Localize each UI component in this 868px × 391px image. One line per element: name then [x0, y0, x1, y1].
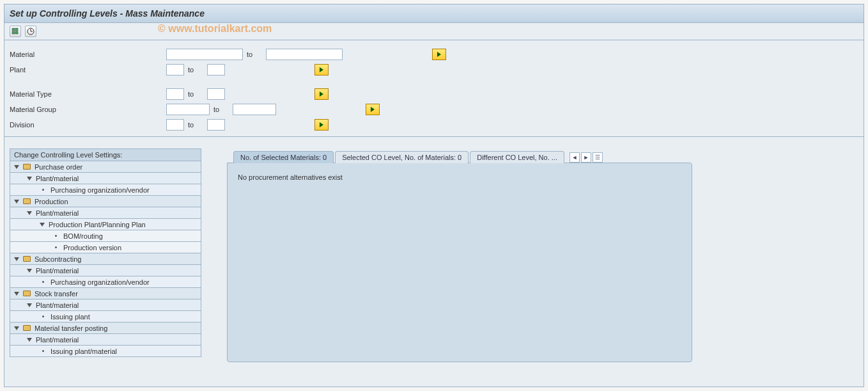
tree-node-label: Subcontracting — [35, 255, 81, 263]
svg-rect-3 — [15, 31, 18, 34]
field-label: Division — [10, 121, 166, 129]
leaf-icon — [42, 350, 44, 352]
arrow-right-icon — [371, 107, 375, 112]
arrow-right-icon — [320, 67, 323, 72]
to-input[interactable] — [207, 64, 225, 76]
tree-header: Change Controlling Level Settings: — [10, 148, 201, 161]
expand-icon — [14, 257, 19, 261]
form-row: Divisionto — [10, 117, 858, 132]
to-input[interactable] — [207, 88, 225, 100]
tree-node-label: Production Plant/Planning Plan — [49, 221, 146, 228]
tree-node[interactable]: Plant/material — [10, 265, 201, 276]
expand-icon — [27, 211, 32, 215]
folder-icon — [23, 164, 31, 170]
tree-node-label: Issuing plant — [50, 313, 90, 321]
tab-list-button[interactable]: ☰ — [593, 152, 603, 163]
grid-icon[interactable] — [10, 26, 21, 37]
multiple-selection-button[interactable] — [314, 88, 329, 100]
expand-icon — [27, 303, 32, 307]
to-input[interactable] — [266, 49, 343, 60]
tree-node-label: Plant/material — [36, 301, 79, 309]
expand-icon — [27, 269, 32, 273]
tree-node-label: Plant/material — [36, 336, 79, 344]
tab-prev-button[interactable]: ◄ — [570, 152, 580, 163]
field-label: Material Group — [10, 106, 166, 113]
expand-icon — [14, 165, 19, 169]
tree-node[interactable]: Plant/material — [10, 173, 201, 184]
tree-node[interactable]: Production version — [10, 242, 201, 253]
tree-node-label: Purchasing organization/vendor — [50, 278, 150, 286]
tree-node[interactable]: Issuing plant — [10, 311, 201, 323]
leaf-icon — [55, 235, 57, 237]
tree-node-label: Material tansfer posting — [35, 324, 107, 332]
form-row: Material Groupto — [10, 102, 858, 117]
tree-node-label: Stock transfer — [35, 290, 78, 298]
field-label: Material Type — [10, 90, 166, 98]
from-input[interactable] — [166, 64, 184, 76]
svg-rect-1 — [15, 28, 18, 31]
tree-node[interactable]: Plant/material — [10, 207, 201, 219]
tree-node-label: Plant/material — [36, 209, 79, 217]
tab[interactable]: Selected CO Level, No. of Materials: 0 — [335, 151, 469, 163]
tree-panel: Change Controlling Level Settings: Purch… — [10, 148, 201, 362]
tab-strip: No. of Selected Materials: 0Selected CO … — [227, 148, 692, 163]
tree-node[interactable]: Production — [10, 196, 201, 207]
expand-icon — [27, 338, 32, 342]
tab-area: No. of Selected Materials: 0Selected CO … — [227, 148, 692, 362]
expand-icon — [14, 200, 19, 203]
tab[interactable]: No. of Selected Materials: 0 — [233, 151, 334, 163]
tree-node-label: Purchasing organization/vendor — [50, 186, 150, 194]
to-label: to — [184, 66, 207, 74]
form-row: Material Typeto — [10, 86, 858, 102]
leaf-icon — [42, 281, 44, 283]
tree-node[interactable]: Production Plant/Planning Plan — [10, 219, 201, 230]
multiple-selection-button[interactable] — [314, 119, 329, 131]
page-title: Set up Controlling Levels - Mass Mainten… — [10, 8, 205, 19]
tab[interactable]: Different CO Level, No. ... — [470, 151, 564, 163]
multiple-selection-button[interactable] — [314, 64, 329, 76]
from-input[interactable] — [166, 119, 184, 131]
multiple-selection-button[interactable] — [366, 104, 380, 115]
tree-node-label: Plant/material — [36, 267, 79, 275]
from-input[interactable] — [166, 88, 184, 100]
from-input[interactable] — [166, 104, 210, 115]
tab-nav: ◄ ► ☰ — [570, 152, 603, 163]
tree-node-label: Issuing plant/material — [50, 347, 117, 355]
expand-icon — [27, 177, 32, 180]
tab-next-button[interactable]: ► — [581, 152, 591, 163]
svg-rect-0 — [12, 28, 15, 31]
form-row: Plantto — [10, 62, 858, 77]
to-input[interactable] — [233, 104, 276, 115]
tree-node[interactable]: Plant/material — [10, 299, 201, 311]
tree-node[interactable]: Purchase order — [10, 161, 201, 173]
to-input[interactable] — [207, 119, 225, 131]
tree-node[interactable]: Purchasing organization/vendor — [10, 276, 201, 288]
tree-node-label: BOM/routing — [63, 232, 103, 240]
tree-node[interactable]: Plant/material — [10, 334, 201, 346]
expand-icon — [14, 292, 19, 296]
from-input[interactable] — [166, 49, 243, 60]
folder-icon — [23, 291, 31, 296]
execute-icon[interactable] — [25, 26, 36, 37]
folder-icon — [23, 256, 31, 262]
field-label: Material — [10, 51, 166, 58]
tree-node-label: Purchase order — [35, 163, 82, 171]
tree-node[interactable]: Material tansfer posting — [10, 323, 201, 334]
tree-node[interactable]: Issuing plant/material — [10, 346, 201, 357]
tree-node[interactable]: Subcontracting — [10, 253, 201, 265]
tab-content: No procurement alternatives exist — [227, 163, 692, 362]
tree-node[interactable]: Purchasing organization/vendor — [10, 184, 201, 196]
to-label: to — [184, 121, 207, 129]
arrow-right-icon — [437, 52, 441, 57]
multiple-selection-button[interactable] — [432, 49, 446, 60]
leaf-icon — [55, 246, 57, 248]
tree-node-label: Production version — [63, 244, 121, 251]
svg-rect-2 — [12, 31, 15, 34]
to-label: to — [210, 106, 233, 113]
tree-node[interactable]: BOM/routing — [10, 230, 201, 242]
tree-node[interactable]: Stock transfer — [10, 288, 201, 299]
leaf-icon — [42, 189, 44, 191]
expand-icon — [40, 223, 45, 227]
folder-icon — [23, 198, 31, 204]
title-bar: Set up Controlling Levels - Mass Mainten… — [4, 4, 864, 23]
